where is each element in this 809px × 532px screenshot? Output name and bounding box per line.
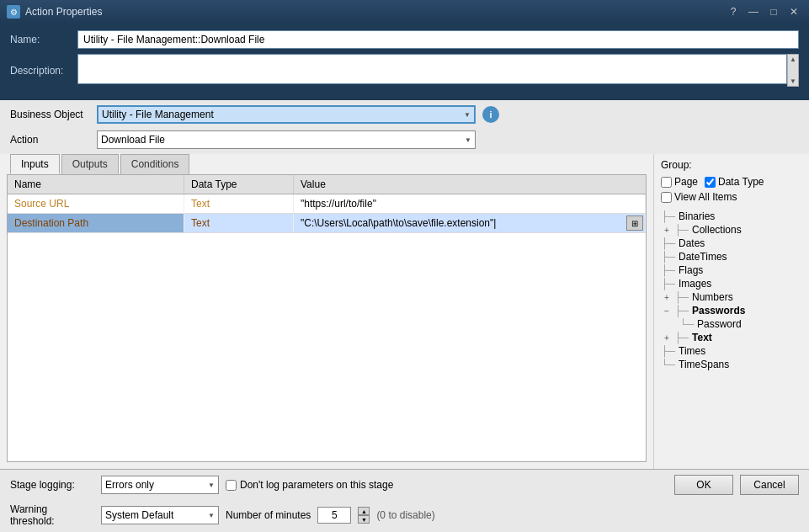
tree-item-text[interactable]: + ├─ Text bbox=[661, 331, 802, 344]
view-all-checkbox[interactable] bbox=[661, 192, 672, 203]
minutes-down-icon[interactable]: ▼ bbox=[358, 515, 370, 524]
tree-item-numbers[interactable]: + ├─ Numbers bbox=[661, 290, 802, 304]
tree-item-images[interactable]: ├─ Images bbox=[661, 277, 802, 290]
stage-logging-label: Stage logging: bbox=[10, 479, 94, 491]
table-row[interactable]: Source URL Text "https://url/to/file" bbox=[8, 194, 646, 214]
tree-item-password[interactable]: └─ Password bbox=[661, 317, 802, 331]
title-bar: ⚙ Action Properties ? — □ ✕ bbox=[0, 0, 809, 24]
tree-line: ├─ bbox=[661, 210, 675, 222]
collapse-icon[interactable]: − bbox=[661, 305, 673, 317]
close-button[interactable]: ✕ bbox=[785, 5, 802, 19]
description-scrollbar[interactable]: ▲ ▼ bbox=[787, 54, 799, 87]
col-header-value: Value bbox=[294, 175, 646, 194]
group-label: Group: bbox=[661, 159, 802, 171]
tree-line: ├─ bbox=[674, 305, 689, 317]
calc-button[interactable]: ⊞ bbox=[626, 215, 643, 231]
table-row[interactable]: Destination Path Text "C:\Users\Local\pa… bbox=[8, 214, 646, 233]
tree-item-binaries[interactable]: ├─ Binaries bbox=[661, 210, 802, 223]
inputs-table: Name Data Type Value Source URL Text "ht… bbox=[7, 174, 647, 462]
scroll-up-icon[interactable]: ▲ bbox=[789, 55, 797, 64]
tab-outputs[interactable]: Outputs bbox=[61, 154, 119, 174]
warning-threshold-dropdown[interactable]: System Default ▼ bbox=[101, 506, 219, 524]
stage-logging-dropdown[interactable]: Errors only ▼ bbox=[101, 476, 219, 494]
action-value: Download File bbox=[101, 134, 165, 146]
name-input[interactable] bbox=[77, 30, 799, 49]
business-object-label: Business Object bbox=[10, 109, 90, 120]
tab-conditions[interactable]: Conditions bbox=[120, 154, 190, 174]
col-header-type: Data Type bbox=[184, 175, 294, 194]
row2-type: Text bbox=[184, 214, 294, 232]
info-button[interactable]: i bbox=[482, 106, 499, 123]
tree-label: Images bbox=[679, 278, 711, 290]
expand-icon[interactable]: + bbox=[661, 332, 673, 343]
ok-button[interactable]: OK bbox=[674, 475, 733, 495]
tree-label: Flags bbox=[679, 264, 703, 276]
tree-line: └─ bbox=[661, 359, 675, 370]
tree-label: Text bbox=[692, 332, 712, 343]
action-label: Action bbox=[10, 134, 90, 146]
cancel-button[interactable]: Cancel bbox=[740, 475, 799, 495]
tree-item-dates[interactable]: ├─ Dates bbox=[661, 237, 802, 250]
tree-item-timespans[interactable]: └─ TimeSpans bbox=[661, 358, 802, 371]
help-button[interactable]: ? bbox=[725, 5, 742, 19]
maximize-button[interactable]: □ bbox=[765, 5, 782, 19]
expand-icon[interactable]: + bbox=[661, 291, 673, 303]
description-wrapper: ▲ ▼ bbox=[77, 54, 799, 87]
form-section: Name: Description: ▲ ▼ bbox=[0, 24, 809, 100]
minimize-button[interactable]: — bbox=[745, 5, 762, 19]
dont-log-checkbox[interactable] bbox=[226, 480, 237, 491]
tree-line: ├─ bbox=[661, 237, 675, 249]
window-controls: ? — □ ✕ bbox=[725, 5, 802, 19]
tree-item-times[interactable]: ├─ Times bbox=[661, 344, 802, 358]
page-checkbox[interactable] bbox=[661, 177, 672, 188]
window-icon: ⚙ bbox=[7, 5, 20, 19]
tree-label: DateTimes bbox=[679, 251, 727, 263]
business-object-arrow-icon: ▼ bbox=[464, 111, 471, 119]
tree-view: ├─ Binaries + ├─ Collections ├─ Dates ├─… bbox=[661, 210, 802, 464]
tree-label: Binaries bbox=[679, 210, 715, 222]
description-textarea[interactable] bbox=[77, 54, 787, 84]
bottom-bar-row1: Stage logging: Errors only ▼ Don't log p… bbox=[0, 469, 809, 500]
action-section: Action Download File ▼ bbox=[0, 129, 809, 154]
tree-label: Numbers bbox=[692, 291, 733, 303]
right-panel: Group: Page Data Type View All Items ├─ bbox=[653, 154, 809, 469]
tree-line: ├─ bbox=[674, 332, 689, 343]
tab-inputs[interactable]: Inputs bbox=[10, 154, 60, 174]
minutes-input[interactable] bbox=[317, 507, 351, 524]
row1-value[interactable]: "https://url/to/file" bbox=[294, 194, 646, 213]
description-row: Description: ▲ ▼ bbox=[10, 54, 799, 87]
minutes-spinner[interactable]: ▲ ▼ bbox=[358, 507, 370, 524]
tree-item-flags[interactable]: ├─ Flags bbox=[661, 263, 802, 277]
dont-log-label: Don't log parameters on this stage bbox=[240, 479, 393, 491]
minutes-up-icon[interactable]: ▲ bbox=[358, 507, 370, 515]
tree-line: ├─ bbox=[661, 345, 675, 357]
tree-item-datetimes[interactable]: ├─ DateTimes bbox=[661, 250, 802, 263]
business-object-dropdown[interactable]: Utility - File Management ▼ bbox=[97, 105, 476, 124]
table-header: Name Data Type Value bbox=[8, 175, 646, 194]
tree-line: ├─ bbox=[674, 224, 689, 236]
data-type-checkbox[interactable] bbox=[705, 177, 716, 188]
tree-item-passwords[interactable]: − ├─ Passwords bbox=[661, 304, 802, 317]
warning-threshold-arrow-icon: ▼ bbox=[208, 512, 215, 519]
tree-line: ├─ bbox=[661, 251, 675, 263]
action-dropdown[interactable]: Download File ▼ bbox=[97, 130, 476, 149]
main-content: Name: Description: ▲ ▼ Business Object U… bbox=[0, 24, 809, 532]
data-type-checkbox-item: Data Type bbox=[705, 176, 764, 188]
tree-label: Dates bbox=[679, 237, 705, 249]
page-checkbox-item: Page bbox=[661, 176, 698, 188]
tree-item-collections[interactable]: + ├─ Collections bbox=[661, 223, 802, 237]
view-all-label: View All Items bbox=[674, 191, 737, 203]
name-label: Name: bbox=[10, 34, 77, 45]
tree-label: Passwords bbox=[692, 305, 745, 317]
warning-threshold-value: System Default bbox=[105, 509, 173, 521]
tree-line: ├─ bbox=[674, 291, 689, 303]
business-object-value: Utility - File Management bbox=[102, 109, 214, 120]
tree-label: TimeSpans bbox=[679, 359, 729, 370]
expand-icon[interactable]: + bbox=[661, 224, 673, 236]
stage-logging-value: Errors only bbox=[105, 479, 154, 491]
tree-line: ├─ bbox=[661, 264, 675, 276]
row2-value[interactable]: "C:\Users\Local\path\to\save\file.extens… bbox=[294, 214, 646, 232]
disable-hint: (0 to disable) bbox=[376, 509, 434, 521]
checkboxes-row: Page Data Type bbox=[661, 176, 802, 188]
scroll-down-icon[interactable]: ▼ bbox=[789, 77, 797, 86]
